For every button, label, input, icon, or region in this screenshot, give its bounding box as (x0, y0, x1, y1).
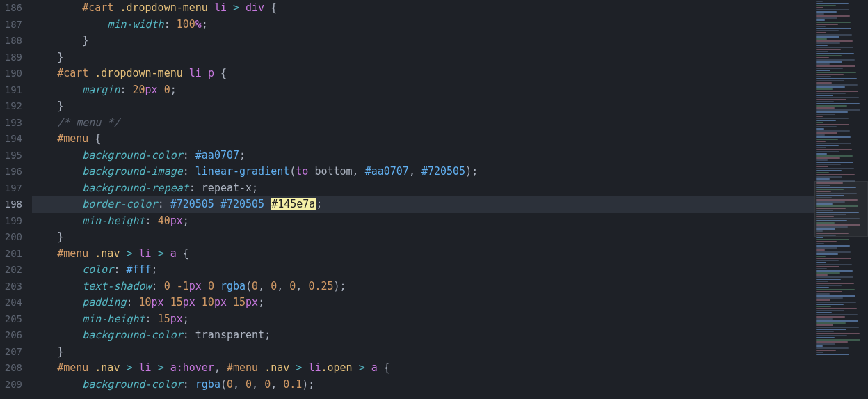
line-number[interactable]: 204 (0, 295, 22, 311)
minimap-line (816, 320, 858, 322)
minimap-line (816, 291, 842, 292)
minimap-line (816, 272, 840, 274)
minimap-line (816, 251, 851, 253)
code-token: min-height (82, 313, 145, 325)
code-line[interactable]: #cart .dropdown-menu li > div { (32, 0, 868, 17)
code-token (208, 1, 214, 14)
minimap-line (816, 103, 860, 104)
line-number[interactable]: 200 (0, 229, 22, 246)
code-line[interactable]: min-width: 100%; (32, 17, 868, 33)
code-token: /* menu */ (57, 116, 120, 129)
code-line[interactable]: text-shadow: 0 -1px 0 rgba(0, 0, 0, 0.25… (32, 279, 868, 295)
code-token (164, 296, 170, 308)
code-line[interactable]: background-image: linear-gradient(to bot… (32, 164, 868, 180)
minimap-line (816, 141, 826, 142)
line-number[interactable]: 193 (0, 115, 22, 132)
line-number[interactable]: 201 (0, 246, 22, 263)
code-line[interactable]: } (32, 33, 868, 49)
line-number[interactable]: 199 (0, 213, 22, 230)
minimap-line (816, 339, 860, 341)
code-line[interactable]: } (32, 229, 868, 246)
minimap-line (816, 270, 853, 272)
line-number[interactable]: 187 (0, 17, 22, 33)
code-line[interactable]: margin: 20px 0; (32, 82, 868, 99)
line-number[interactable]: 196 (0, 164, 22, 180)
line-number[interactable]: 189 (0, 49, 22, 66)
code-token (152, 361, 158, 374)
code-token: #cart (57, 67, 88, 79)
code-token: > (158, 247, 164, 260)
code-token: { (88, 132, 101, 145)
minimap-line (816, 274, 828, 276)
line-number[interactable]: 207 (0, 344, 22, 361)
minimap-line (816, 258, 851, 259)
code-line[interactable]: #menu .nav > li > a:hover, #menu .nav > … (32, 360, 868, 377)
line-number[interactable]: 197 (0, 180, 22, 197)
code-line[interactable]: background-color: #aa0707; (32, 148, 868, 164)
code-line[interactable]: #menu .nav > li > a { (32, 246, 868, 263)
minimap-line (816, 276, 853, 278)
code-line[interactable]: } (32, 49, 868, 66)
minimap-line (816, 120, 836, 121)
minimap-line (816, 19, 825, 21)
code-token: #aa0707 (195, 149, 239, 162)
line-number[interactable]: 205 (0, 311, 22, 328)
code-line[interactable]: /* menu */ (32, 115, 868, 132)
code-line[interactable]: min-height: 40px; (32, 213, 868, 230)
code-token: .nav (95, 361, 120, 374)
code-token: 40 (158, 214, 170, 227)
line-number[interactable]: 208 (0, 360, 22, 377)
code-token: padding (82, 296, 126, 308)
code-line[interactable]: min-height: 15px; (32, 311, 868, 328)
code-token: ; (239, 149, 246, 162)
code-line[interactable]: #cart .dropdown-menu li p { (32, 65, 868, 82)
minimap-line (816, 84, 858, 86)
code-token: #cart (82, 1, 113, 14)
line-number[interactable]: 198 (0, 196, 22, 213)
code-token: > (158, 361, 164, 374)
code-token: 20 (133, 84, 145, 96)
line-number[interactable]: 202 (0, 262, 22, 279)
code-area[interactable]: #cart .dropdown-menu li > div { min-widt… (28, 0, 868, 399)
minimap[interactable] (814, 0, 868, 399)
minimap-line (816, 354, 849, 355)
minimap-line (816, 45, 828, 46)
minimap-line (816, 51, 828, 52)
line-number[interactable]: 191 (0, 82, 22, 99)
code-line[interactable]: padding: 10px 15px 10px 15px; (32, 295, 868, 311)
minimap-line (816, 134, 825, 136)
minimap-line (816, 249, 825, 251)
code-token: > (126, 361, 132, 374)
code-token: li (189, 67, 202, 79)
line-number[interactable]: 186 (0, 0, 22, 17)
line-number[interactable]: 194 (0, 131, 22, 148)
minimap-line (816, 333, 860, 334)
minimap-line (816, 176, 842, 178)
code-token: 0 (289, 280, 296, 292)
minimap-viewport[interactable] (814, 181, 868, 237)
minimap-line (816, 314, 858, 315)
code-line[interactable]: } (32, 344, 868, 361)
minimap-line (816, 42, 840, 44)
code-token: > (126, 247, 132, 260)
code-line[interactable]: background-color: transparent; (32, 327, 868, 344)
code-line[interactable]: } (32, 98, 868, 115)
line-number[interactable]: 203 (0, 279, 22, 295)
code-line[interactable]: background-repeat: repeat-x; (32, 180, 868, 197)
line-number-gutter[interactable]: 1861871881891901911921931941951961971981… (0, 0, 28, 399)
line-number[interactable]: 190 (0, 65, 22, 82)
line-number[interactable]: 209 (0, 377, 22, 393)
code-line[interactable]: background-color: rgba(0, 0, 0, 0.1); (32, 377, 868, 393)
line-number[interactable]: 192 (0, 98, 22, 115)
code-token: px (152, 296, 164, 308)
line-number[interactable]: 206 (0, 327, 22, 344)
line-number[interactable]: 188 (0, 33, 22, 49)
minimap-line (816, 116, 823, 117)
code-line[interactable]: color: #fff; (32, 262, 868, 279)
line-number[interactable]: 195 (0, 148, 22, 164)
code-editor[interactable]: 1861871881891901911921931941951961971981… (0, 0, 868, 399)
code-line[interactable]: #menu { (32, 131, 868, 148)
minimap-line (816, 285, 842, 286)
code-line[interactable]: border-color: #720505 #720505 #145e7a; (32, 196, 868, 213)
minimap-line (816, 318, 833, 320)
